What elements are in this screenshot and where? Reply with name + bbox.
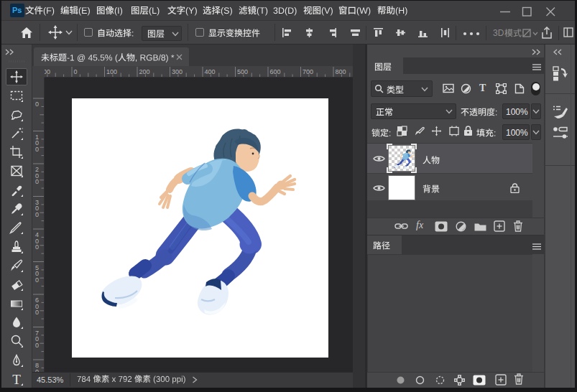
- svg-text:0: 0: [35, 309, 39, 316]
- svg-text:400: 400: [205, 68, 216, 75]
- svg-text:0: 0: [35, 243, 39, 251]
- svg-text:0: 0: [35, 211, 39, 218]
- svg-text:600: 600: [270, 68, 281, 75]
- svg-text:100: 100: [106, 68, 117, 75]
- svg-text:0: 0: [35, 146, 39, 153]
- svg-text:800: 800: [336, 68, 346, 75]
- svg-text:T: T: [12, 372, 21, 386]
- svg-text:200: 200: [139, 68, 150, 75]
- svg-text:500: 500: [237, 68, 248, 75]
- svg-text:fx: fx: [416, 220, 424, 230]
- svg-text:300: 300: [172, 68, 183, 75]
- svg-text:0: 0: [35, 178, 39, 185]
- svg-text:700: 700: [303, 68, 313, 75]
- svg-text:0: 0: [74, 68, 78, 75]
- svg-text:-100: -100: [45, 68, 50, 75]
- svg-text:0: 0: [35, 342, 39, 349]
- svg-text:0: 0: [35, 276, 39, 284]
- svg-text:0: 0: [35, 101, 39, 108]
